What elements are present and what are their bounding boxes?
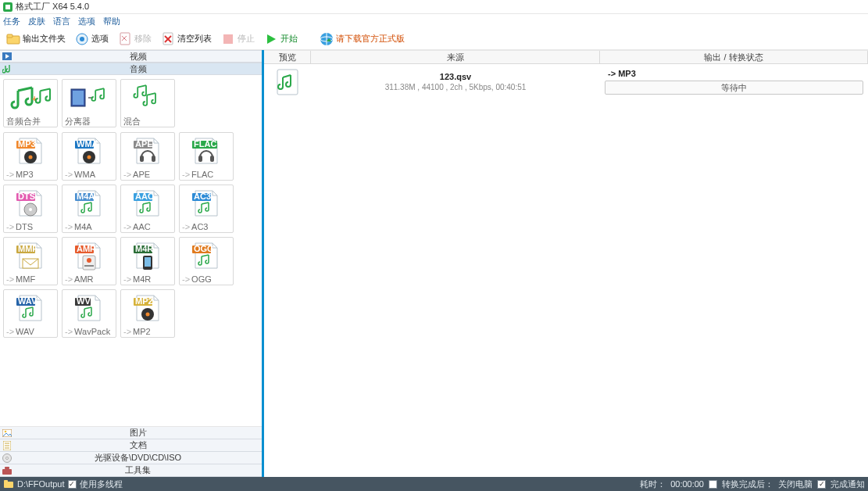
format-grid: +音频合并分离器混合 MP3->MP3WMA->WMAAPE->APEFLAC-… xyxy=(0,75,262,426)
multithread-checkbox[interactable]: ✓ xyxy=(68,480,77,489)
toolbar: 输出文件夹 选项 移除 清空列表 停止 开始 请下载官方正式版 xyxy=(0,28,868,50)
notify-checkbox[interactable]: ✓ xyxy=(817,480,826,489)
document-icon xyxy=(0,441,14,450)
util-tile-1[interactable]: 分离器 xyxy=(62,79,116,127)
format-caption: WMA xyxy=(74,170,95,179)
svg-text:WAV: WAV xyxy=(18,296,38,306)
format-thumb-icon: MMF xyxy=(4,238,57,274)
task-target: -> MP3 xyxy=(605,69,863,78)
svg-text:MMF: MMF xyxy=(18,244,38,253)
afterdone-checkbox[interactable] xyxy=(709,480,717,489)
util-thumb-icon xyxy=(121,80,174,116)
menu-help[interactable]: 帮助 xyxy=(103,16,120,27)
category-picture[interactable]: 图片 xyxy=(0,427,262,439)
format-thumb-icon: WV xyxy=(63,290,116,326)
format-tile-m4a[interactable]: M4A->M4A xyxy=(62,185,116,233)
col-status[interactable]: 输出 / 转换状态 xyxy=(600,51,868,63)
output-path-label[interactable]: D:\FFOutput xyxy=(17,479,65,489)
format-thumb-icon: MP3 xyxy=(4,133,57,169)
format-tile-m4r[interactable]: M4R->M4R xyxy=(120,237,175,285)
remove-icon xyxy=(118,32,132,46)
menu-task[interactable]: 任务 xyxy=(3,16,20,27)
arrow-icon: -> xyxy=(65,327,73,336)
format-tile-mmf[interactable]: MMF->MMF xyxy=(3,237,58,285)
format-tile-ape[interactable]: APE->APE xyxy=(120,132,175,181)
format-caption: MMF xyxy=(16,274,35,284)
format-tile-aac[interactable]: AAC->AAC xyxy=(120,185,175,233)
util-caption: 分离器 xyxy=(65,116,91,127)
folder-icon xyxy=(6,32,20,46)
arrow-icon: -> xyxy=(65,170,73,179)
window-title: 格式工厂 X64 5.4.0 xyxy=(16,1,89,13)
clear-list-button[interactable]: 清空列表 xyxy=(158,30,215,48)
format-tile-ogg[interactable]: OGG->OGG xyxy=(179,237,234,285)
svg-text:FLAC: FLAC xyxy=(194,139,216,149)
afterdone-label: 转换完成后： xyxy=(722,478,773,490)
remove-button[interactable]: 移除 xyxy=(115,30,155,48)
format-tile-mp3[interactable]: MP3->MP3 xyxy=(3,132,58,181)
svg-rect-42 xyxy=(210,156,214,162)
svg-line-26 xyxy=(147,93,155,95)
format-caption: MP3 xyxy=(16,170,34,179)
elapsed-value: 00:00:00 xyxy=(670,479,704,489)
format-caption: APE xyxy=(133,170,150,179)
category-picture-label: 图片 xyxy=(14,427,262,439)
options-button[interactable]: 选项 xyxy=(72,30,112,48)
menu-lang[interactable]: 语言 xyxy=(53,16,70,27)
format-thumb-icon: APE xyxy=(121,133,174,169)
clear-label: 清空列表 xyxy=(177,33,212,45)
menu-options[interactable]: 选项 xyxy=(78,16,95,27)
svg-text:AC3: AC3 xyxy=(194,192,211,201)
format-thumb-icon: M4R xyxy=(121,238,174,274)
arrow-icon: -> xyxy=(182,274,190,284)
menu-skin[interactable]: 皮肤 xyxy=(28,16,45,27)
util-thumb-icon xyxy=(63,80,116,116)
output-folder-button[interactable]: 输出文件夹 xyxy=(3,30,69,48)
category-video[interactable]: 视频 xyxy=(0,50,262,63)
format-thumb-icon: DTS xyxy=(4,185,57,221)
app-logo-icon xyxy=(3,2,13,12)
format-tile-wavpack[interactable]: WV->WavPack xyxy=(62,289,116,338)
task-row[interactable]: 123.qsv 311.38M , 44100 , 2ch , 5Kbps, 0… xyxy=(264,64,868,99)
format-caption: OGG xyxy=(191,274,212,284)
format-tile-wav[interactable]: WAV->WAV xyxy=(3,289,58,338)
official-download-link[interactable]: 请下载官方正式版 xyxy=(316,30,408,48)
col-source[interactable]: 来源 xyxy=(311,51,600,63)
col-preview[interactable]: 预览 xyxy=(264,51,311,63)
category-tools[interactable]: 工具集 xyxy=(0,464,262,477)
util-tile-2[interactable]: 混合 xyxy=(120,79,175,127)
svg-text:M4A: M4A xyxy=(77,192,95,201)
format-tile-mp2[interactable]: MP2->MP2 xyxy=(120,289,175,338)
category-disc[interactable]: 光驱设备\DVD\CD\ISO xyxy=(0,452,262,464)
task-fileinfo: 311.38M , 44100 , 2ch , 5Kbps, 00:40:51 xyxy=(385,83,527,91)
stop-button[interactable]: 停止 xyxy=(218,30,258,48)
format-tile-flac[interactable]: FLAC->FLAC xyxy=(179,132,234,181)
toolbox-icon xyxy=(0,467,14,475)
category-document[interactable]: 文档 xyxy=(0,439,262,452)
arrow-icon: -> xyxy=(123,327,131,336)
arrow-icon: -> xyxy=(123,274,131,284)
start-button[interactable]: 开始 xyxy=(261,30,301,48)
format-tile-wma[interactable]: WMA->WMA xyxy=(62,132,116,181)
util-caption: 混合 xyxy=(123,116,141,127)
svg-marker-13 xyxy=(267,34,276,44)
svg-text:AMR: AMR xyxy=(77,244,96,253)
svg-point-5 xyxy=(80,37,84,41)
category-tools-label: 工具集 xyxy=(14,464,262,476)
util-tile-0[interactable]: +音频合并 xyxy=(3,79,58,127)
format-tile-amr[interactable]: AMR->AMR xyxy=(62,237,116,285)
category-audio-label: 音频 xyxy=(14,63,262,75)
svg-text:MP2: MP2 xyxy=(135,296,153,306)
svg-rect-23 xyxy=(73,91,84,105)
task-pane: 预览 来源 输出 / 转换状态 123.qsv 311.38M , 44100 … xyxy=(264,50,868,477)
remove-label: 移除 xyxy=(134,33,152,45)
format-caption: FLAC xyxy=(191,170,213,179)
category-audio[interactable]: 音频 xyxy=(0,63,262,75)
format-tile-dts[interactable]: DTS->DTS xyxy=(3,185,58,233)
start-label: 开始 xyxy=(280,33,298,45)
svg-point-80 xyxy=(146,313,150,317)
format-tile-ac3[interactable]: AC3->AC3 xyxy=(179,185,234,233)
svg-text:DTS: DTS xyxy=(18,192,35,201)
category-video-label: 视频 xyxy=(14,51,262,63)
svg-rect-63 xyxy=(84,265,94,267)
